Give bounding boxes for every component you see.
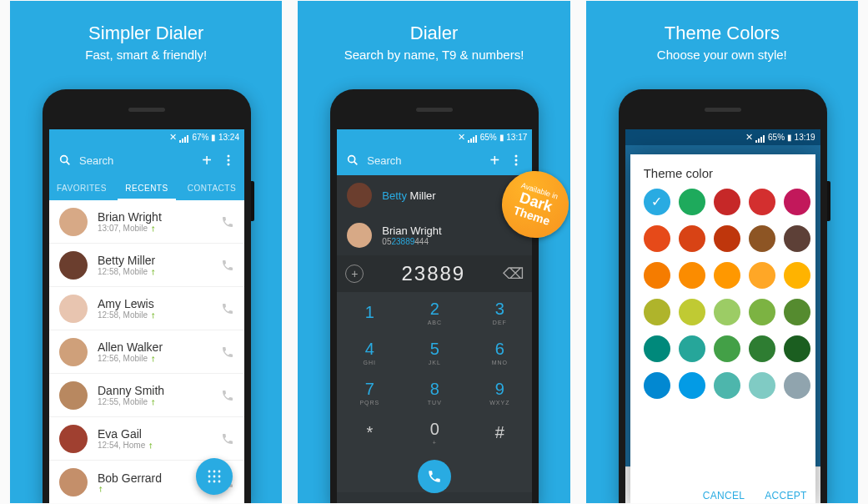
color-swatch[interactable] bbox=[784, 335, 810, 362]
svg-point-16 bbox=[515, 155, 518, 158]
add-icon[interactable]: + bbox=[199, 153, 214, 168]
key-0[interactable]: 0+ bbox=[402, 412, 467, 452]
call-icon[interactable] bbox=[221, 259, 234, 272]
search-icon[interactable] bbox=[58, 153, 73, 168]
outgoing-call-icon: ➚ bbox=[148, 310, 159, 320]
contact-info: Eva Gail 12:54, Home ➚ bbox=[98, 427, 221, 450]
key-5[interactable]: 5JKL bbox=[402, 332, 467, 372]
color-swatch[interactable] bbox=[644, 225, 670, 252]
color-swatch[interactable] bbox=[714, 262, 740, 289]
contact-meta: 12:54, Home ➚ bbox=[98, 441, 221, 450]
search-input[interactable]: Search bbox=[79, 154, 193, 167]
promo-panel-3: Theme Colors Choose your own style! ✕ 65… bbox=[586, 1, 858, 503]
color-swatch[interactable] bbox=[749, 299, 775, 325]
status-icons: ✕ bbox=[745, 132, 765, 143]
color-swatch[interactable] bbox=[784, 189, 810, 215]
key-2[interactable]: 2ABC bbox=[402, 292, 467, 332]
key-3[interactable]: 3DEF bbox=[467, 292, 532, 332]
tab-contacts[interactable]: CONTACTS bbox=[179, 175, 244, 200]
key-number: 8 bbox=[430, 380, 439, 399]
result-text: Betty Miller bbox=[382, 189, 435, 202]
color-swatch[interactable] bbox=[679, 262, 705, 289]
status-text: 65% ▮ 13:19 bbox=[768, 133, 815, 142]
search-icon[interactable] bbox=[345, 153, 360, 168]
call-icon[interactable] bbox=[221, 345, 234, 359]
key-#[interactable]: # bbox=[467, 412, 532, 452]
color-swatch[interactable] bbox=[679, 299, 705, 325]
call-button[interactable] bbox=[418, 460, 451, 493]
tab-recents[interactable]: RECENTS bbox=[114, 175, 179, 200]
key-8[interactable]: 8TUV bbox=[402, 372, 467, 412]
list-item[interactable]: Allen Walker 12:56, Mobile ➚ bbox=[49, 330, 244, 374]
key-6[interactable]: 6MNO bbox=[467, 332, 532, 372]
color-swatch[interactable] bbox=[714, 225, 740, 252]
color-swatch[interactable] bbox=[749, 372, 775, 399]
key-letters: MNO bbox=[492, 360, 508, 365]
color-swatch[interactable] bbox=[749, 262, 775, 289]
color-swatch[interactable] bbox=[714, 299, 740, 325]
color-swatch[interactable] bbox=[679, 335, 705, 362]
add-icon[interactable]: + bbox=[487, 153, 502, 168]
result-name: Betty Miller bbox=[382, 189, 435, 202]
contact-info: Amy Lewis 12:58, Mobile ➚ bbox=[98, 297, 221, 320]
color-swatch[interactable] bbox=[644, 262, 670, 289]
key-1[interactable]: 1 bbox=[337, 292, 402, 332]
promo-panel-1: Simpler Dialer Fast, smart & friendly! ✕… bbox=[10, 1, 282, 503]
avatar bbox=[59, 425, 88, 453]
key-9[interactable]: 9WXYZ bbox=[467, 372, 532, 412]
call-icon[interactable] bbox=[221, 302, 234, 315]
accept-button[interactable]: ACCEPT bbox=[765, 490, 806, 501]
color-swatch[interactable] bbox=[644, 372, 670, 399]
key-4[interactable]: 4GHI bbox=[337, 332, 402, 372]
color-swatch[interactable] bbox=[644, 335, 670, 362]
color-swatch[interactable] bbox=[679, 225, 705, 252]
cancel-button[interactable]: CANCEL bbox=[703, 490, 745, 501]
avatar bbox=[59, 338, 88, 366]
contact-meta: 12:55, Mobile ➚ bbox=[98, 397, 221, 406]
tab-favorites[interactable]: FAVORITES bbox=[49, 175, 114, 200]
backspace-icon[interactable]: ⌫ bbox=[503, 265, 524, 283]
dialpad-fab[interactable] bbox=[196, 458, 233, 495]
color-swatch[interactable] bbox=[714, 189, 740, 215]
color-swatch[interactable] bbox=[784, 299, 810, 325]
color-swatch[interactable] bbox=[749, 335, 775, 362]
list-item[interactable]: Betty Miller 12:58, Mobile ➚ bbox=[49, 244, 244, 287]
overflow-icon[interactable] bbox=[221, 153, 236, 168]
key-number: * bbox=[366, 423, 373, 442]
color-swatch[interactable] bbox=[644, 189, 670, 215]
color-swatch[interactable] bbox=[784, 372, 810, 399]
svg-point-7 bbox=[218, 471, 221, 473]
list-item[interactable]: Danny Smith 12:55, Mobile ➚ bbox=[49, 374, 244, 417]
color-swatch[interactable] bbox=[749, 225, 775, 252]
app-bar: Search + bbox=[49, 145, 244, 175]
signal-icon bbox=[755, 132, 765, 143]
key-7[interactable]: 7PQRS bbox=[337, 372, 402, 412]
color-swatch[interactable] bbox=[714, 372, 740, 399]
avatar bbox=[59, 468, 88, 496]
list-item[interactable]: Brian Wright 13:07, Mobile ➚ bbox=[49, 200, 244, 244]
contact-name: Brian Wright bbox=[98, 210, 221, 224]
call-icon[interactable] bbox=[221, 432, 234, 446]
promo-panel-2: Dialer Search by name, T9 & numbers! ✕ 6… bbox=[298, 1, 569, 503]
color-swatch[interactable] bbox=[644, 299, 670, 325]
color-swatch[interactable] bbox=[784, 262, 810, 289]
key-number: # bbox=[495, 423, 504, 442]
contact-info: Danny Smith 12:55, Mobile ➚ bbox=[98, 384, 221, 406]
key-*[interactable]: * bbox=[337, 412, 402, 452]
search-result[interactable]: Brian Wright0523889444 bbox=[337, 215, 532, 255]
color-swatch[interactable] bbox=[679, 189, 705, 215]
color-swatch[interactable] bbox=[749, 189, 775, 215]
color-swatch[interactable] bbox=[784, 225, 810, 252]
contact-meta: 12:56, Mobile ➚ bbox=[98, 354, 221, 363]
color-swatch[interactable] bbox=[714, 335, 740, 362]
list-item[interactable]: Amy Lewis 12:58, Mobile ➚ bbox=[49, 287, 244, 330]
call-icon[interactable] bbox=[221, 215, 234, 229]
add-contact-icon[interactable]: + bbox=[345, 265, 364, 283]
search-input[interactable]: Search bbox=[367, 154, 480, 167]
call-icon[interactable] bbox=[221, 389, 234, 402]
list-item[interactable]: Eva Gail 12:54, Home ➚ bbox=[49, 417, 244, 461]
overflow-icon[interactable] bbox=[509, 153, 524, 168]
phone-screen: ✕ 67% ▮ 13:24 Search + FAVORITES RECENTS… bbox=[49, 129, 244, 503]
color-swatch[interactable] bbox=[679, 372, 705, 399]
svg-point-3 bbox=[228, 159, 230, 162]
